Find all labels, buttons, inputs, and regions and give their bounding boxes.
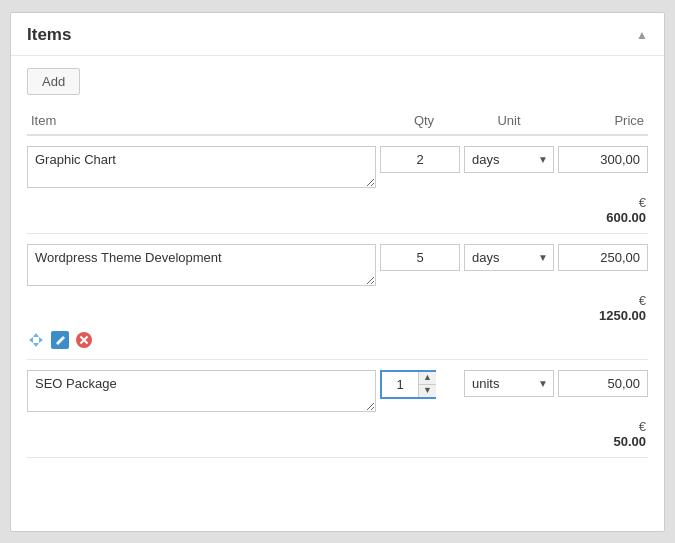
row-total: € 50.00 bbox=[27, 415, 648, 451]
total-value: 50.00 bbox=[613, 434, 646, 449]
currency-symbol: € bbox=[639, 195, 646, 210]
col-header-unit: Unit bbox=[464, 113, 554, 128]
item-description-input[interactable]: Graphic Chart bbox=[27, 146, 376, 188]
panel-body: Add Item Qty Unit Price Graphic Chart da… bbox=[11, 56, 664, 470]
qty-spinner: ▲ ▼ bbox=[380, 370, 436, 399]
total-display: € 50.00 bbox=[27, 419, 648, 449]
total-value: 1250.00 bbox=[599, 308, 646, 323]
table-row: SEO Package ▲ ▼ days hours u bbox=[27, 360, 648, 458]
total-value: 600.00 bbox=[606, 210, 646, 225]
unit-select[interactable]: days hours units weeks bbox=[464, 370, 554, 397]
unit-select[interactable]: days hours units weeks bbox=[464, 146, 554, 173]
items-panel: Items ▲ Add Item Qty Unit Price Graphic … bbox=[10, 12, 665, 532]
qty-wrap bbox=[380, 244, 460, 271]
col-header-item: Item bbox=[31, 113, 384, 128]
col-header-price: Price bbox=[554, 113, 644, 128]
add-button[interactable]: Add bbox=[27, 68, 80, 95]
row-actions bbox=[27, 325, 648, 353]
price-input[interactable] bbox=[558, 370, 648, 397]
item-description-wrap: Graphic Chart bbox=[27, 146, 376, 191]
qty-input[interactable] bbox=[380, 244, 460, 271]
unit-wrap: days hours units weeks ▼ bbox=[464, 244, 554, 271]
price-wrap bbox=[558, 244, 648, 271]
item-description-input[interactable]: Wordpress Theme Development bbox=[27, 244, 376, 286]
table-header: Item Qty Unit Price bbox=[27, 107, 648, 136]
qty-wrap bbox=[380, 146, 460, 173]
price-wrap bbox=[558, 146, 648, 173]
unit-wrap: days hours units weeks ▼ bbox=[464, 146, 554, 173]
panel-title: Items bbox=[27, 25, 71, 45]
edit-icon[interactable] bbox=[51, 331, 69, 349]
unit-select[interactable]: days hours units weeks bbox=[464, 244, 554, 271]
delete-icon[interactable] bbox=[75, 331, 93, 349]
spinner-up-button[interactable]: ▲ bbox=[419, 372, 436, 384]
row-fields: Graphic Chart days hours units weeks ▼ bbox=[27, 146, 648, 191]
qty-spinner-wrap: ▲ ▼ bbox=[380, 370, 460, 399]
svg-marker-2 bbox=[29, 337, 33, 343]
collapse-icon[interactable]: ▲ bbox=[636, 28, 648, 42]
item-description-wrap: Wordpress Theme Development bbox=[27, 244, 376, 289]
spinner-down-button[interactable]: ▼ bbox=[419, 384, 436, 397]
row-total: € 1250.00 bbox=[27, 289, 648, 325]
qty-input[interactable] bbox=[380, 146, 460, 173]
item-description-input[interactable]: SEO Package bbox=[27, 370, 376, 412]
unit-wrap: days hours units weeks ▼ bbox=[464, 370, 554, 397]
row-total: € 600.00 bbox=[27, 191, 648, 227]
currency-symbol: € bbox=[639, 419, 646, 434]
row-fields: Wordpress Theme Development days hours u… bbox=[27, 244, 648, 289]
price-wrap bbox=[558, 370, 648, 397]
spinner-buttons: ▲ ▼ bbox=[418, 372, 436, 397]
price-input[interactable] bbox=[558, 244, 648, 271]
svg-marker-1 bbox=[33, 343, 39, 347]
svg-marker-0 bbox=[33, 333, 39, 337]
row-fields: SEO Package ▲ ▼ days hours u bbox=[27, 370, 648, 415]
total-display: € 1250.00 bbox=[27, 293, 648, 323]
col-header-qty: Qty bbox=[384, 113, 464, 128]
total-display: € 600.00 bbox=[27, 195, 648, 225]
svg-marker-3 bbox=[39, 337, 43, 343]
panel-header: Items ▲ bbox=[11, 13, 664, 56]
table-row: Graphic Chart days hours units weeks ▼ bbox=[27, 136, 648, 234]
price-input[interactable] bbox=[558, 146, 648, 173]
currency-symbol: € bbox=[639, 293, 646, 308]
move-icon[interactable] bbox=[27, 331, 45, 349]
qty-spinner-input[interactable] bbox=[382, 372, 418, 397]
item-description-wrap: SEO Package bbox=[27, 370, 376, 415]
table-row: Wordpress Theme Development days hours u… bbox=[27, 234, 648, 360]
